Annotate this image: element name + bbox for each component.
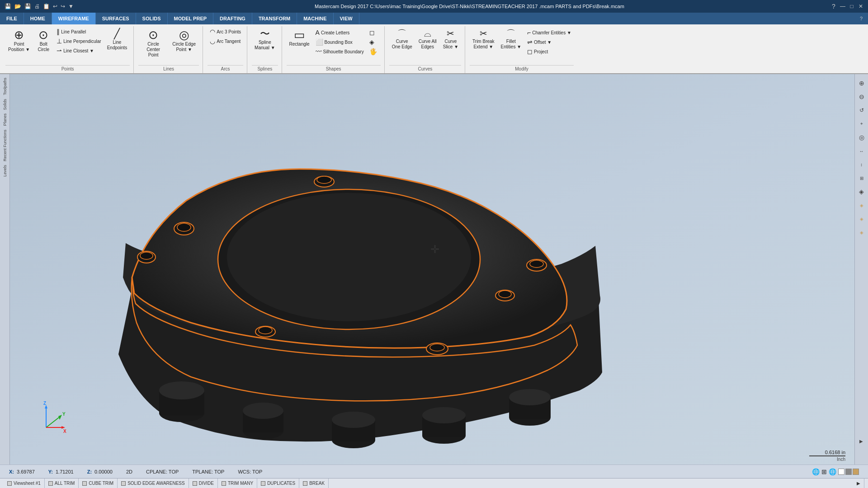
btn-curve-slice[interactable]: ✂ CurveSlice ▼ <box>440 27 461 59</box>
btn-spline-manual[interactable]: 〜 SplineManual ▼ <box>252 27 278 59</box>
viewport[interactable]: 🔒 AutoCursor ▼ | ◈ ↕ ⌖ ⊕ ⊡ ⊡ ◯ ⊡ | ◈ ⊕ ⊞… <box>10 74 854 465</box>
status-all-trim[interactable]: ALL TRIM <box>45 479 79 488</box>
close-icon[interactable]: ✕ <box>857 3 864 10</box>
svg-point-15 <box>509 389 551 405</box>
btn-silhouette-boundary[interactable]: 〰 Silhouette Boundary <box>313 47 366 56</box>
menu-wireframe[interactable]: WIREFRAME <box>52 13 96 24</box>
print-icon[interactable]: 🖨 <box>33 3 41 9</box>
divide-color <box>193 481 197 486</box>
right-btn-zoom-out[interactable]: ⊖ <box>856 91 867 102</box>
right-btn-fit[interactable]: ⌖ <box>856 118 867 129</box>
right-btn-options[interactable]: ◈ <box>856 186 867 197</box>
menu-drafting[interactable]: DRAFTING <box>213 13 252 24</box>
btn-project[interactable]: ◻ Project <box>525 47 574 56</box>
color-white <box>838 469 844 475</box>
status-cube-trim[interactable]: CUBE TRIM <box>79 479 118 488</box>
sidebar-planes[interactable]: Planes <box>2 112 8 128</box>
menu-file[interactable]: FILE <box>0 13 24 24</box>
help-icon[interactable]: ? <box>830 3 837 10</box>
svg-point-6 <box>243 403 283 419</box>
sidebar-solids[interactable]: Solids <box>2 97 8 112</box>
btn-shapes-extra1[interactable]: ◻ <box>367 28 378 37</box>
right-btn-select[interactable]: ⊞ <box>856 173 867 183</box>
line-endpoints-icon: ╱ <box>114 29 120 39</box>
maximize-icon[interactable]: □ <box>848 3 855 10</box>
trim-many-color <box>222 481 226 486</box>
group-label-shapes: Shapes <box>287 65 381 72</box>
globe-icon[interactable]: 🌐 <box>812 468 820 475</box>
btn-arc-tangent[interactable]: ◡ Arc Tangent <box>208 37 243 46</box>
menu-home[interactable]: HOME <box>24 13 52 24</box>
y-value: 1.71201 <box>56 469 74 474</box>
right-btn-unknown1[interactable]: ◈ <box>856 200 867 211</box>
btn-offset[interactable]: ⇌ Offset ▼ <box>525 38 574 47</box>
copy-icon[interactable]: 📋 <box>42 3 51 9</box>
btn-line-closest[interactable]: ⇀ Line Closest ▼ <box>54 46 103 55</box>
btn-line-perpendicular[interactable]: ⊥ Line Perpendicular <box>54 37 103 46</box>
btn-shapes-extra2[interactable]: ◈ <box>367 38 378 47</box>
right-btn-pan-h[interactable]: ↔ <box>856 145 867 156</box>
redo-icon[interactable]: ↪ <box>60 3 66 9</box>
offset-icon: ⇌ <box>527 38 533 46</box>
minimize-icon[interactable]: — <box>839 3 846 10</box>
z-label: Z: <box>87 469 92 474</box>
btn-bounding-box[interactable]: ⬜ Bounding Box <box>313 38 366 47</box>
btn-circle-center-point[interactable]: ⊙ CircleCenter Point <box>138 27 168 59</box>
sidebar-levels[interactable]: Levels <box>2 163 8 178</box>
grid-icon[interactable]: ⊞ <box>821 468 827 475</box>
status-arrow[interactable]: ▶ <box>853 479 864 488</box>
qat-dropdown-icon[interactable]: ▼ <box>67 3 75 9</box>
btn-shapes-extra3[interactable]: 🖐 <box>367 47 381 56</box>
menu-view[interactable]: VIEW <box>334 13 359 24</box>
btn-line-parallel[interactable]: ∥ Line Parallel <box>54 27 103 36</box>
svg-point-30 <box>530 260 543 267</box>
status-solid-edge[interactable]: SOLID EDGE AWARENESS <box>118 479 189 488</box>
coord-icons: 🌐 ⊞ 🌐 <box>812 468 859 475</box>
all-trim-label: ALL TRIM <box>55 481 75 486</box>
btn-bolt-circle[interactable]: ⊙ BoltCircle <box>33 27 53 59</box>
globe2-icon[interactable]: 🌐 <box>829 468 836 475</box>
right-btn-zoom-in[interactable]: ⊕ <box>856 78 867 89</box>
status-break[interactable]: BREAK <box>299 479 329 488</box>
group-label-points: Points <box>5 65 130 72</box>
btn-curve-one-edge[interactable]: ⌒ CurveOne Edge <box>389 27 415 59</box>
right-btn-unknown2[interactable]: ◈ <box>856 213 867 224</box>
btn-create-letters[interactable]: A Create Letters <box>313 28 366 37</box>
status-divide[interactable]: DIVIDE <box>189 479 218 488</box>
right-btn-rotate[interactable]: ↺ <box>856 105 867 116</box>
menu-modelprep[interactable]: MODEL PREP <box>168 13 214 24</box>
open-icon[interactable]: 📂 <box>14 3 22 9</box>
right-btn-unknown3[interactable]: ◈ <box>856 227 867 238</box>
menu-machine[interactable]: MACHINE <box>297 13 333 24</box>
svg-point-20 <box>317 176 331 183</box>
btn-curve-all-edges[interactable]: ⌓ Curve AllEdges <box>416 27 439 59</box>
status-viewsheet[interactable]: Viewsheet #1 <box>4 479 45 488</box>
y-label: Y: <box>48 469 53 474</box>
right-btn-bottom-arrow[interactable]: ▶ <box>856 436 867 446</box>
menu-surfaces[interactable]: SURFACES <box>96 13 136 24</box>
sidebar-recent-functions[interactable]: Recent Functions <box>2 128 8 163</box>
right-btn-orbit[interactable]: ◎ <box>856 132 867 143</box>
coord-wcs: WCS: TOP <box>238 469 262 474</box>
btn-arc-3points[interactable]: ◠ Arc 3 Points <box>208 27 243 36</box>
btn-chamfer-entities[interactable]: ⌐ Chamfer Entities ▼ <box>525 28 574 37</box>
btn-point-position[interactable]: ⊕ PointPosition ▼ <box>5 27 33 59</box>
btn-circle-edge-point[interactable]: ◎ Circle Edge Point ▼ <box>169 27 199 59</box>
trim-break-icon: ✂ <box>480 29 487 38</box>
save-icon[interactable]: 💾 <box>4 3 12 9</box>
status-duplicates[interactable]: DUPLICATES <box>257 479 299 488</box>
svg-line-37 <box>46 416 61 427</box>
sidebar-toolpaths[interactable]: Toolpaths <box>2 76 8 97</box>
right-btn-pan-v[interactable]: ↕ <box>856 159 867 170</box>
group-label-splines: Splines <box>252 65 278 72</box>
status-trim-many[interactable]: TRIM MANY <box>218 479 257 488</box>
btn-trim-break-extend[interactable]: ✂ Trim BreakExtend ▼ <box>470 27 497 59</box>
undo-icon[interactable]: ↩ <box>52 3 58 9</box>
save2-icon[interactable]: 💾 <box>24 3 32 9</box>
btn-line-endpoints[interactable]: ╱ LineEndpoints <box>104 27 130 59</box>
btn-rectangle[interactable]: ▭ Rectangle <box>287 27 312 59</box>
menu-transform[interactable]: TRANSFORM <box>252 13 297 24</box>
menu-solids[interactable]: SOLIDS <box>136 13 168 24</box>
btn-fillet-entities[interactable]: ⌒ FilletEntities ▼ <box>498 27 524 59</box>
ribbon-help-icon[interactable]: ? <box>854 13 868 24</box>
